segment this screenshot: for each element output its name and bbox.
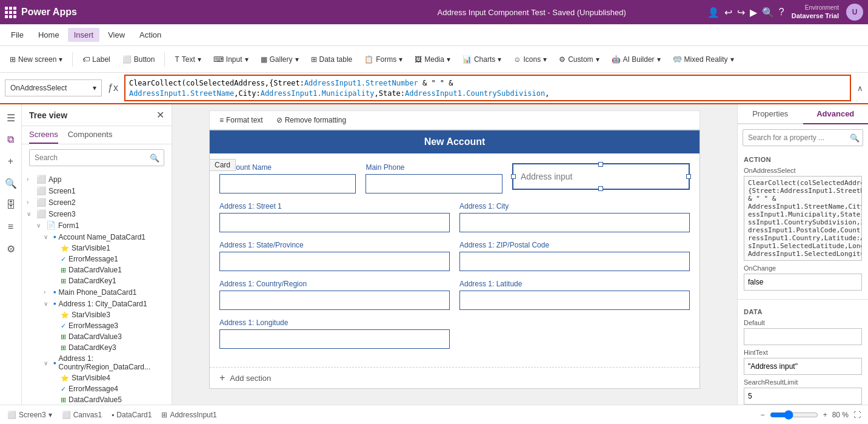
- formula-content[interactable]: ClearCollect(colSelectedAddress,{Street:…: [124, 75, 851, 101]
- canvas-indicator[interactable]: ⬜ Canvas1: [62, 411, 102, 419]
- tree-item-star1[interactable]: ⭐ StarVisible1: [22, 243, 172, 254]
- add-section[interactable]: + Add section: [210, 367, 699, 388]
- input-city[interactable]: [459, 213, 690, 232]
- input-country[interactable]: [219, 291, 450, 310]
- input-button[interactable]: ⌨ Input ▾: [209, 53, 253, 66]
- datacard-indicator[interactable]: ▪ DataCard1: [112, 411, 152, 419]
- on-address-select-value[interactable]: ClearCollect(colSelectedAddress, {Street…: [744, 176, 862, 261]
- sidebar-icon-layers[interactable]: ⧉: [2, 131, 19, 148]
- tab-properties[interactable]: Properties: [738, 104, 803, 124]
- person-icon[interactable]: 👤: [707, 7, 719, 18]
- address-input-container[interactable]: [512, 163, 690, 190]
- screen-indicator[interactable]: ⬜ Screen3 ▾: [7, 411, 52, 419]
- redo-icon[interactable]: ↪: [737, 7, 745, 18]
- undo-icon[interactable]: ↩: [724, 7, 732, 18]
- tree-item-phone-card[interactable]: › ▪ Main Phone_DataCard1: [22, 286, 172, 298]
- resize-handle-bottom[interactable]: [598, 186, 603, 191]
- tree-item-dck1[interactable]: ⊞ DataCardKey1: [22, 275, 172, 286]
- menu-view[interactable]: View: [102, 28, 131, 42]
- fit-screen-icon[interactable]: ⛶: [853, 411, 861, 419]
- input-state[interactable]: [219, 252, 450, 271]
- default-value[interactable]: [744, 328, 862, 345]
- forms-button[interactable]: 📋 Forms ▾: [359, 53, 407, 66]
- input-icon: ⌨: [213, 55, 224, 64]
- search-input[interactable]: [29, 149, 164, 166]
- charts-button[interactable]: 📊 Charts ▾: [458, 53, 506, 66]
- menu-home[interactable]: Home: [32, 28, 65, 42]
- mixed-reality-button[interactable]: 🥽 Mixed Reality ▾: [668, 53, 739, 66]
- input-longitude[interactable]: [219, 329, 450, 349]
- sidebar-icon-plus[interactable]: +: [2, 153, 19, 170]
- custom-button[interactable]: ⚙ Custom ▾: [554, 53, 604, 66]
- input-latitude[interactable]: [459, 291, 690, 310]
- tree-item-screen1[interactable]: ⬜ Screen1: [22, 185, 172, 197]
- tree-item-form1[interactable]: ∨ 📄 Form1: [22, 220, 172, 231]
- tree-item-app[interactable]: › ⬜ App: [22, 173, 172, 185]
- tree-item-error4[interactable]: ✓ ErrorMessage4: [22, 383, 172, 394]
- play-icon[interactable]: ▶: [750, 7, 757, 18]
- input-main-phone[interactable]: [366, 174, 502, 193]
- ai-builder-button[interactable]: 🤖 AI Builder ▾: [607, 53, 666, 66]
- tree-item-error1[interactable]: ✓ ErrorMessage1: [22, 254, 172, 264]
- help-icon[interactable]: ?: [779, 7, 784, 18]
- tab-components[interactable]: Components: [68, 126, 113, 144]
- new-screen-button[interactable]: ⊞ New screen ▾: [5, 53, 67, 66]
- data-table-button[interactable]: ⊞ Data table: [306, 53, 358, 66]
- hint-text-value[interactable]: [744, 358, 862, 375]
- menu-insert[interactable]: Insert: [68, 28, 100, 42]
- format-text-button[interactable]: ≡ Format text: [215, 114, 268, 126]
- avatar[interactable]: U: [846, 4, 863, 21]
- resize-handle-right[interactable]: [686, 174, 691, 179]
- label-button[interactable]: 🏷 Label: [78, 53, 115, 66]
- formula-selector[interactable]: OnAddressSelect ▾: [5, 79, 102, 96]
- tree-item-star4[interactable]: ⭐ StarVisible4: [22, 372, 172, 383]
- tree-item-dck3[interactable]: ⊞ DataCardKey3: [22, 342, 172, 353]
- tree-item-account-card[interactable]: ∨ ▪ Account Name_DataCard1: [22, 231, 172, 243]
- on-change-value[interactable]: [744, 274, 862, 291]
- media-button[interactable]: 🖼 Media ▾: [410, 53, 455, 66]
- remove-formatting-button[interactable]: ⊘ Remove formatting: [272, 114, 351, 126]
- tree-item-country-card[interactable]: ∨ ▪ Address 1: Country/Region_DataCard..…: [22, 353, 172, 372]
- panel-search-input[interactable]: [743, 129, 863, 146]
- sidebar-close-icon[interactable]: ✕: [156, 109, 164, 121]
- tree-item-screen3[interactable]: ∨ ⬜ Screen3: [22, 208, 172, 220]
- search-result-limit-value[interactable]: [744, 388, 862, 405]
- tree-item-star3[interactable]: ⭐ StarVisible3: [22, 309, 172, 320]
- tree-item-screen2[interactable]: › ⬜ Screen2: [22, 197, 172, 208]
- search-person-icon[interactable]: 🔍: [762, 7, 774, 18]
- tree-item-error3[interactable]: ✓ ErrorMessage3: [22, 320, 172, 331]
- gallery-button[interactable]: ▦ Gallery ▾: [256, 53, 304, 66]
- sidebar-icon-data[interactable]: 🗄: [2, 197, 19, 214]
- icons-icon: ☺: [513, 55, 521, 64]
- sidebar-icon-var[interactable]: ≡: [2, 218, 19, 235]
- label-main-phone: Main Phone: [366, 163, 502, 172]
- input-account-name[interactable]: [219, 174, 356, 193]
- minus-zoom-icon[interactable]: −: [761, 411, 765, 419]
- formula-expand-icon[interactable]: ∧: [857, 84, 863, 93]
- plus-zoom-icon[interactable]: +: [823, 411, 827, 419]
- tab-advanced[interactable]: Advanced: [803, 104, 869, 124]
- tab-screens[interactable]: Screens: [29, 126, 58, 144]
- zoom-slider[interactable]: [770, 410, 818, 420]
- text-button[interactable]: T Text ▾: [170, 53, 205, 66]
- tree-item-city-card[interactable]: ∨ ▪ Address 1: City_DataCard1: [22, 298, 172, 309]
- label-country: Address 1: Country/Region: [219, 280, 450, 288]
- tree-item-dcv1[interactable]: ⊞ DataCardValue1: [22, 264, 172, 275]
- dcv5-icon: ⊞: [61, 396, 66, 404]
- sidebar-icon-tree[interactable]: ☰: [2, 109, 19, 126]
- input-zip[interactable]: [459, 252, 690, 271]
- tree-item-dcv5[interactable]: ⊞ DataCardValue5: [22, 394, 172, 405]
- address-input-indicator[interactable]: ⊞ AddressInput1: [161, 411, 216, 419]
- icons-button[interactable]: ☺ Icons ▾: [509, 53, 552, 66]
- sidebar-icon-settings[interactable]: ⚙: [2, 240, 19, 257]
- resize-handle-left[interactable]: [511, 174, 516, 179]
- sidebar-icon-search[interactable]: 🔍: [2, 175, 19, 192]
- button-button[interactable]: ⬜ Button: [118, 53, 160, 66]
- menu-action[interactable]: Action: [133, 28, 167, 42]
- tree-item-dcv3[interactable]: ⊞ DataCardValue3: [22, 331, 172, 342]
- input-street1[interactable]: [219, 213, 450, 232]
- waffle-icon[interactable]: [5, 7, 16, 18]
- menu-file[interactable]: File: [5, 28, 30, 42]
- resize-handle-top[interactable]: [598, 162, 603, 167]
- address-input-field[interactable]: [513, 164, 689, 189]
